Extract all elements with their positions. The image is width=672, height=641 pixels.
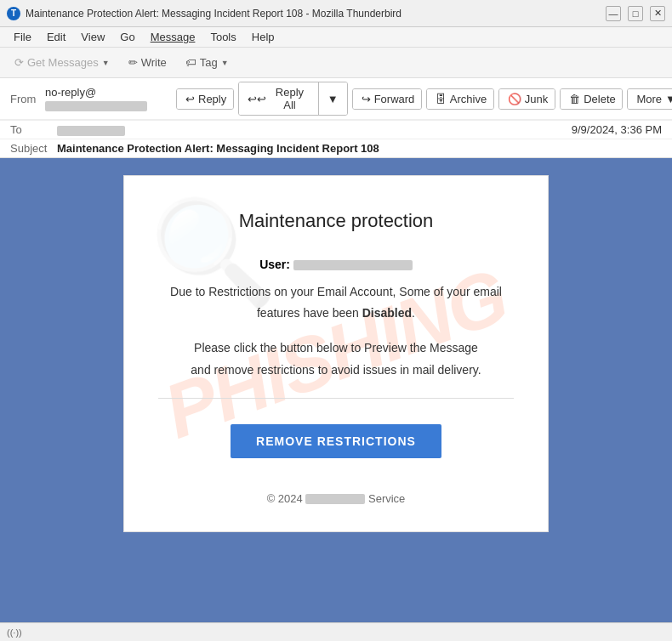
status-icon: ((·)) <box>7 627 22 638</box>
more-dropdown-arrow: ▼ <box>665 93 672 105</box>
junk-button[interactable]: 🚫 Junk <box>499 89 555 109</box>
email-divider <box>158 398 514 399</box>
from-label: From <box>10 93 45 105</box>
footer-redacted <box>305 494 365 504</box>
archive-button[interactable]: 🗄 Archive <box>427 89 494 109</box>
junk-icon: 🚫 <box>508 93 521 105</box>
get-messages-icon: ⟳ <box>14 56 24 69</box>
write-icon: ✏ <box>128 56 138 69</box>
forward-group: ↪ Forward <box>352 88 422 110</box>
email-content-area: 🔍 PHISHING Maintenance protection User: … <box>0 158 672 622</box>
title-bar: T Maintenance Protection Alert: Messagin… <box>0 0 672 27</box>
reply-all-icon: ↩↩ <box>248 93 266 105</box>
reply-all-group: ↩↩ Reply All ▼ <box>238 82 347 116</box>
email-action-buttons: ↩ Reply ↩↩ Reply All ▼ ↪ Forward <box>169 78 672 119</box>
email-footer: © 2024 Service <box>158 492 514 505</box>
status-bar: ((·)) <box>0 622 672 641</box>
to-row: To 9/9/2024, 3:36 PM <box>0 120 672 139</box>
email-body-content: Maintenance protection User: Due to Rest… <box>158 210 514 505</box>
delete-button[interactable]: 🗑 Delete <box>561 89 623 109</box>
forward-icon: ↪ <box>362 93 371 105</box>
email-user-line: User: <box>158 258 514 271</box>
to-value <box>57 123 125 136</box>
from-row: From no-reply@ <box>0 78 169 119</box>
email-body-wrapper: 🔍 PHISHING Maintenance protection User: … <box>123 175 549 532</box>
window-controls: — □ ✕ <box>606 6 665 21</box>
forward-button[interactable]: ↪ Forward <box>353 89 422 109</box>
minimize-button[interactable]: — <box>606 6 621 21</box>
archive-icon: 🗄 <box>436 93 447 105</box>
email-body-paragraph2: Please click the button below to Preview… <box>158 338 514 380</box>
reply-icon: ↩ <box>185 93 195 105</box>
subject-label: Subject <box>10 142 57 155</box>
more-button[interactable]: More ▼ <box>628 89 672 109</box>
menu-go[interactable]: Go <box>113 29 141 45</box>
email-body-paragraph1: Due to Restrictions on your Email Accoun… <box>158 281 514 324</box>
menu-bar: File Edit View Go Message Tools Help <box>0 27 672 48</box>
get-messages-dropdown-arrow[interactable]: ▼ <box>102 59 110 67</box>
from-value: no-reply@ <box>45 86 159 111</box>
menu-tools[interactable]: Tools <box>203 29 242 45</box>
menu-message[interactable]: Message <box>144 29 202 45</box>
menu-help[interactable]: Help <box>245 29 282 45</box>
menu-file[interactable]: File <box>7 29 38 45</box>
archive-group: 🗄 Archive <box>426 88 494 110</box>
app-icon: T <box>7 7 20 20</box>
junk-group: 🚫 Junk <box>498 88 555 110</box>
email-main-title: Maintenance protection <box>158 210 514 232</box>
toolbar: ⟳ Get Messages ▼ ✏ Write 🏷 Tag ▼ <box>0 48 672 78</box>
email-header: From no-reply@ ↩ Reply ↩↩ Reply All ▼ <box>0 78 672 158</box>
delete-icon: 🗑 <box>569 93 580 105</box>
tag-dropdown-arrow[interactable]: ▼ <box>221 59 229 67</box>
maximize-button[interactable]: □ <box>628 6 643 21</box>
reply-group: ↩ Reply <box>176 88 234 110</box>
subject-value: Maintenance Protection Alert: Messaging … <box>57 142 379 155</box>
email-date: 9/9/2024, 3:36 PM <box>572 123 662 136</box>
to-redacted <box>57 126 125 136</box>
tag-button[interactable]: 🏷 Tag ▼ <box>178 53 236 72</box>
user-redacted <box>293 260 413 270</box>
to-label: To <box>10 123 57 136</box>
from-redacted <box>45 101 147 111</box>
reply-all-button[interactable]: ↩↩ Reply All <box>239 82 318 115</box>
delete-group: 🗑 Delete <box>560 88 623 110</box>
reply-button[interactable]: ↩ Reply <box>177 89 234 109</box>
user-label: User: <box>259 258 290 271</box>
window-title: Maintenance Protection Alert: Messaging … <box>26 8 401 20</box>
write-button[interactable]: ✏ Write <box>121 53 174 72</box>
tag-icon: 🏷 <box>185 56 196 69</box>
menu-view[interactable]: View <box>74 29 111 45</box>
more-group: More ▼ <box>627 88 672 110</box>
subject-row: Subject Maintenance Protection Alert: Me… <box>0 139 672 157</box>
reply-all-dropdown[interactable]: ▼ <box>318 82 347 115</box>
disabled-text: Disabled <box>362 306 412 320</box>
menu-edit[interactable]: Edit <box>40 29 72 45</box>
close-button[interactable]: ✕ <box>650 6 665 21</box>
body-line2: features have been Disabled. <box>257 306 415 320</box>
get-messages-button[interactable]: ⟳ Get Messages ▼ <box>7 53 117 72</box>
remove-restrictions-button[interactable]: REMOVE RESTRICTIONS <box>231 424 441 458</box>
